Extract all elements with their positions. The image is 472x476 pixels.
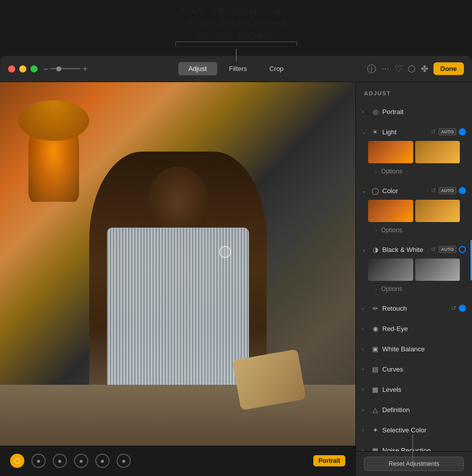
curves-icon: ▤ [371, 365, 379, 373]
chevron-whitebalance: › [362, 346, 368, 352]
noisereduction-icon: ▦ [371, 447, 379, 452]
color-options[interactable]: › Options [362, 224, 466, 236]
bw-options[interactable]: › Options [362, 283, 466, 295]
bw-reset-icon[interactable]: ↺ [431, 246, 436, 253]
photo-lamp-shade [18, 100, 89, 141]
chevron-noisereduction: › [362, 448, 368, 452]
zoom-slider-thumb [56, 66, 61, 71]
color-thumb-2[interactable] [415, 200, 460, 222]
light-auto-badge[interactable]: AUTO [439, 128, 456, 135]
bw-thumb-2[interactable] [415, 259, 460, 281]
bottom-annotation-area: Justeringsværktøjer [397, 463, 464, 472]
levels-label: Levels [382, 386, 466, 393]
circle2-button[interactable]: ● [53, 454, 67, 468]
tooltip-line3: og udrette fotografier. [197, 29, 274, 42]
bw-options-label: Options [381, 285, 402, 292]
tab-adjust[interactable]: Adjust [178, 62, 217, 76]
tooltip-line [236, 49, 237, 61]
panel-title: ADJUST [364, 90, 391, 96]
bw-thumb-1[interactable] [368, 259, 413, 281]
chevron-redeye: › [362, 326, 368, 332]
right-panel: ADJUST › ◎ Portrait ⌄ ☀ Light [355, 82, 472, 476]
circle3-button[interactable]: ● [74, 454, 88, 468]
adjust-item-selectivecolor[interactable]: › ✦ Selective Color [356, 420, 472, 440]
selectivecolor-label: Selective Color [382, 426, 466, 434]
heart-icon[interactable]: ♡ [394, 63, 403, 75]
adjust-item-light[interactable]: ⌄ ☀ Light ↺ AUTO › [356, 122, 472, 180]
titlebar-right: ⓘ ··· ♡ ⬡ ✤ Done [367, 62, 464, 75]
more-icon[interactable]: ··· [381, 63, 389, 74]
light-options[interactable]: › Options [362, 165, 466, 177]
light-thumb-2[interactable] [415, 141, 460, 163]
bw-auto-badge[interactable]: AUTO [439, 246, 456, 253]
retouch-reset-icon[interactable]: ↺ [451, 305, 456, 312]
noisereduction-label: Noise Reduction [382, 447, 466, 452]
maximize-button[interactable] [30, 65, 38, 72]
photo-lamp [28, 100, 79, 202]
color-reset-icon[interactable]: ↺ [431, 187, 436, 194]
light-reset-icon[interactable]: ↺ [431, 128, 436, 135]
bw-label: Black & White [382, 246, 428, 253]
light-label: Light [382, 128, 428, 136]
markup-icon[interactable]: ✤ [421, 63, 428, 75]
color-icon: ◯ [371, 187, 379, 195]
color-auto-badge[interactable]: AUTO [439, 187, 456, 194]
adjust-item-whitebalance[interactable]: › ▣ White Balance [356, 339, 472, 359]
light-toggle[interactable] [459, 128, 466, 135]
tab-filters[interactable]: Filters [219, 62, 258, 76]
circle5-button[interactable]: ● [117, 454, 131, 468]
light-controls: ↺ AUTO [431, 128, 466, 135]
light-icon-button[interactable]: ⬡ [10, 454, 24, 468]
adjust-item-definition[interactable]: › △ Definition [356, 399, 472, 420]
adjust-item-redeye-header: › ◉ Red-Eye [362, 321, 466, 336]
retouch-icon: ✏ [371, 305, 379, 312]
color-thumb-1[interactable] [368, 200, 413, 222]
portrait-badge[interactable]: Portrait [313, 455, 345, 466]
chevron-retouch: › [362, 306, 368, 311]
circle4-button[interactable]: ● [95, 454, 110, 468]
retouch-toggle[interactable] [459, 305, 466, 312]
bw-controls: ↺ AUTO [431, 246, 466, 253]
portrait-icon: ◎ [371, 108, 379, 116]
adjust-item-bw[interactable]: ⌄ ◑ Black & White ↺ AUTO [356, 239, 472, 298]
options-chevron-bw: › [375, 286, 377, 292]
circle1-button[interactable]: ● [31, 454, 46, 468]
photo-container [0, 82, 355, 446]
adjust-item-noisereduction[interactable]: › ▦ Noise Reduction [356, 440, 472, 451]
zoom-minus-icon[interactable]: – [44, 64, 48, 74]
adjust-item-color-header: ⌄ ◯ Color ↺ AUTO [362, 184, 466, 198]
close-button[interactable] [8, 65, 15, 72]
content-area: ⬡ ● ● ● ● ● Portrait ADJUST › [0, 82, 472, 476]
redeye-icon: ◉ [371, 325, 379, 333]
adjust-item-selectivecolor-header: › ✦ Selective Color [362, 423, 466, 437]
bw-thumbs [362, 257, 466, 283]
color-toggle[interactable] [459, 187, 466, 194]
photo-adjustment-icon[interactable] [219, 246, 231, 258]
adjust-item-portrait-header: › ◎ Portrait [362, 104, 466, 119]
share-icon[interactable]: ⬡ [408, 63, 416, 75]
done-button[interactable]: Done [433, 62, 464, 75]
info-icon[interactable]: ⓘ [367, 63, 376, 75]
adjust-item-color[interactable]: ⌄ ◯ Color ↺ AUTO › [356, 180, 472, 239]
chevron-levels: › [362, 387, 368, 392]
color-label: Color [382, 187, 428, 195]
zoom-plus-icon[interactable]: + [83, 64, 87, 74]
tab-crop[interactable]: Crop [259, 62, 294, 76]
adjust-item-redeye[interactable]: › ◉ Red-Eye [356, 318, 472, 339]
light-thumb-1[interactable] [368, 141, 413, 163]
color-thumbs [362, 198, 466, 224]
adjust-item-levels[interactable]: › ▦ Levels [356, 379, 472, 399]
zoom-slider[interactable] [50, 68, 81, 69]
tooltip-line1: Klik for at foretage justeringer, [182, 5, 290, 17]
adjust-item-curves[interactable]: › ▤ Curves [356, 359, 472, 379]
bw-toggle[interactable] [459, 246, 466, 253]
chevron-light: ⌄ [362, 129, 368, 135]
panel-scroll[interactable]: › ◎ Portrait ⌄ ☀ Light ↺ AUTO [356, 101, 472, 451]
options-chevron-light: › [375, 169, 377, 174]
adjust-item-portrait[interactable]: › ◎ Portrait [356, 101, 472, 122]
adjust-item-retouch[interactable]: › ✏ Retouch ↺ [356, 298, 472, 318]
portrait-label: Portrait [382, 108, 466, 116]
minimize-button[interactable] [19, 65, 26, 72]
bw-icon: ◑ [371, 246, 379, 253]
retouch-label: Retouch [382, 305, 448, 312]
